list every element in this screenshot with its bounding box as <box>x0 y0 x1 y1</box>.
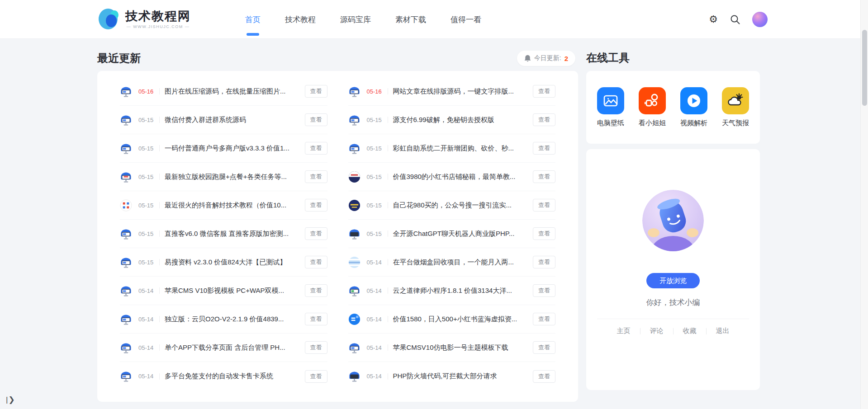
article-title-link[interactable]: 最新独立版校园跑腿+点餐+各类任务等... <box>165 173 299 181</box>
article-title-link[interactable]: 源支付6.99破解，免秘钥去授权版 <box>393 116 528 124</box>
scrollbar-thumb[interactable] <box>862 30 867 106</box>
list-item[interactable]: 05-14 云之道律师小程序1.8.1 价值3134大洋... 查看 <box>348 277 556 305</box>
article-title-link[interactable]: 易搜资料 v2.3.0 价值824大洋【已测试】 <box>165 258 299 267</box>
view-button[interactable]: 查看 <box>305 284 327 297</box>
article-title-link[interactable]: 独立版：云贝O2O-V2-2.1.9 价值4839... <box>165 315 299 324</box>
view-button[interactable]: 查看 <box>305 256 327 268</box>
list-item[interactable]: 05-14 价值1580，日入500+小红书蓝海虚拟资... 查看 <box>348 305 556 334</box>
list-item[interactable]: 05-14 PHP防火墙代码,可拦截大部分请求 查看 <box>348 362 556 390</box>
divider <box>388 202 388 208</box>
list-item[interactable]: 05-14 在平台做烟盒回收项目，一个能月入两... 查看 <box>348 248 556 277</box>
tools-title: 在线工具 <box>586 51 630 65</box>
article-title-link[interactable]: 微信付费入群进群系统源码 <box>165 116 299 124</box>
nav-item-0[interactable]: 首页 <box>244 1 261 38</box>
view-button[interactable]: 查看 <box>305 313 327 325</box>
article-title-link[interactable]: 云之道律师小程序1.8.1 价值3134大洋... <box>393 287 528 295</box>
article-title-link[interactable]: 在平台做烟盒回收项目，一个能月入两... <box>393 258 528 267</box>
tool-1[interactable]: 看小姐姐 <box>639 87 666 127</box>
profile-link-1[interactable]: 评论 <box>640 327 673 335</box>
search-icon[interactable] <box>730 14 740 25</box>
list-item[interactable]: 05-14 单个APP下载分享页面 含后台管理 PH... 查看 <box>120 334 327 362</box>
article-title-link[interactable]: 一码付普通商户号多商户版v3.3.3 价值1... <box>165 144 299 153</box>
tool-0[interactable]: 电脑壁纸 <box>597 87 624 127</box>
nav-item-2[interactable]: 源码宝库 <box>339 1 372 38</box>
divider <box>388 344 388 351</box>
list-item[interactable]: 05-14 独立版：云贝O2O-V2-2.1.9 价值4839... 查看 <box>120 305 327 334</box>
list-item[interactable]: 05-14 苹果CMS V10影视模板 PC+WAP双模... 查看 <box>120 277 327 305</box>
view-button[interactable]: 查看 <box>305 113 327 126</box>
view-button[interactable]: 查看 <box>533 227 555 240</box>
view-button[interactable]: 查看 <box>533 341 555 354</box>
article-favicon-icon <box>120 313 132 325</box>
nav-item-1[interactable]: 技术教程 <box>284 1 317 38</box>
site-logo[interactable]: 技术教程网 — WWW.JISHUJC.COM — <box>97 0 191 39</box>
list-item[interactable]: 05-16 网站文章在线排版源码，一键文字排版... 查看 <box>348 77 556 106</box>
list-item[interactable]: 05-15 微信付费入群进群系统源码 查看 <box>120 106 327 134</box>
view-button[interactable]: 查看 <box>305 370 327 383</box>
view-button[interactable]: 查看 <box>533 142 555 155</box>
profile-links: 主页评论收藏退出 <box>607 327 739 335</box>
view-button[interactable]: 查看 <box>305 227 327 240</box>
article-title-link[interactable]: 自己花980买的，公众号搜一搜引流实... <box>393 201 528 210</box>
list-item[interactable]: 05-16 图片在线压缩源码，在线批量压缩图片... 查看 <box>120 77 327 106</box>
page-scrollbar[interactable] <box>860 0 868 409</box>
article-title-link[interactable]: 多平台免签支付的自动发卡售卡系统 <box>165 372 299 381</box>
view-button[interactable]: 查看 <box>533 199 555 212</box>
list-item[interactable]: 05-15 直推客v6.0 微信客服 直推客原版加密测... 查看 <box>120 220 327 248</box>
view-button[interactable]: 查看 <box>533 313 555 325</box>
view-button[interactable]: 查看 <box>305 341 327 354</box>
view-button[interactable]: 查看 <box>533 256 555 268</box>
list-item[interactable]: 05-15 彩虹自助系统二开新增团购、砍价、秒... 查看 <box>348 134 556 163</box>
article-title-link[interactable]: 彩虹自助系统二开新增团购、砍价、秒... <box>393 144 528 153</box>
list-item[interactable]: 05-15 最新独立版校园跑腿+点餐+各类任务等... 查看 <box>120 163 327 191</box>
list-item[interactable]: 05-15 易搜资料 v2.3.0 价值824大洋【已测试】 查看 <box>120 248 327 277</box>
article-title-link[interactable]: 直推客v6.0 微信客服 直推客原版加密测... <box>165 230 299 238</box>
view-button[interactable]: 查看 <box>533 113 555 126</box>
article-title-link[interactable]: 价值3980的小红书店铺秘籍，最简单教... <box>393 173 528 181</box>
nav-item-3[interactable]: 素材下载 <box>394 1 427 38</box>
list-item[interactable]: 05-15 源支付6.99破解，免秘钥去授权版 查看 <box>348 106 556 134</box>
view-button[interactable]: 查看 <box>305 85 327 98</box>
user-avatar[interactable] <box>752 12 768 27</box>
weather-icon[interactable] <box>722 87 749 114</box>
article-title-link[interactable]: 图片在线压缩源码，在线批量压缩图片... <box>165 87 299 96</box>
article-date: 05-14 <box>367 373 387 380</box>
article-title-link[interactable]: 苹果CMS V10影视模板 PC+WAP双模... <box>165 287 299 295</box>
view-button[interactable]: 查看 <box>305 199 327 212</box>
sidebar-expand-icon[interactable]: |❯ <box>6 395 15 404</box>
list-item[interactable]: 05-15 最近很火的抖音解封技术教程（价值10... 查看 <box>120 191 327 220</box>
divider <box>159 117 160 123</box>
gear-icon[interactable]: ⚙ <box>709 14 718 24</box>
tool-2[interactable]: 视频解析 <box>680 87 707 127</box>
wallpaper-icon[interactable] <box>597 87 624 114</box>
list-item[interactable]: 05-15 价值3980的小红书店铺秘籍，最简单教... 查看 <box>348 163 556 191</box>
article-title-link[interactable]: PHP防火墙代码,可拦截大部分请求 <box>393 372 528 381</box>
list-item[interactable]: 05-15 全开源ChatGPT聊天机器人商业版PHP... 查看 <box>348 220 556 248</box>
video-camera-icon[interactable] <box>639 87 666 114</box>
article-title-link[interactable]: 价值1580，日入500+小红书蓝海虚拟资... <box>393 315 528 324</box>
nav-item-4[interactable]: 值得一看 <box>450 1 482 38</box>
play-icon[interactable] <box>680 87 707 114</box>
view-button[interactable]: 查看 <box>533 170 555 183</box>
view-button[interactable]: 查看 <box>533 85 555 98</box>
profile-link-0[interactable]: 主页 <box>607 327 640 335</box>
list-item[interactable]: 05-14 多平台免签支付的自动发卡售卡系统 查看 <box>120 362 327 390</box>
view-button[interactable]: 查看 <box>305 170 327 183</box>
article-date: 05-14 <box>367 344 387 351</box>
article-title-link[interactable]: 全开源ChatGPT聊天机器人商业版PHP... <box>393 230 528 238</box>
profile-link-3[interactable]: 退出 <box>707 327 739 335</box>
tool-3[interactable]: 天气预报 <box>722 87 749 127</box>
list-item[interactable]: 05-15 自己花980买的，公众号搜一搜引流实... 查看 <box>348 191 556 220</box>
list-item[interactable]: 05-15 一码付普通商户号多商户版v3.3.3 价值1... 查看 <box>120 134 327 163</box>
profile-link-2[interactable]: 收藏 <box>674 327 706 335</box>
article-title-link[interactable]: 苹果CMSV10仿电影一号主题模板下载 <box>393 343 528 352</box>
view-button[interactable]: 查看 <box>533 370 555 383</box>
view-button[interactable]: 查看 <box>305 142 327 155</box>
article-title-link[interactable]: 单个APP下载分享页面 含后台管理 PH... <box>165 343 299 352</box>
view-button[interactable]: 查看 <box>533 284 555 297</box>
site-header: 技术教程网 — WWW.JISHUJC.COM — 首页技术教程源码宝库素材下载… <box>0 0 868 39</box>
open-browse-button[interactable]: 开放浏览 <box>646 273 700 288</box>
article-title-link[interactable]: 网站文章在线排版源码，一键文字排版... <box>393 87 528 96</box>
article-title-link[interactable]: 最近很火的抖音解封技术教程（价值10... <box>165 201 299 210</box>
list-item[interactable]: 05-14 苹果CMSV10仿电影一号主题模板下载 查看 <box>348 334 556 362</box>
